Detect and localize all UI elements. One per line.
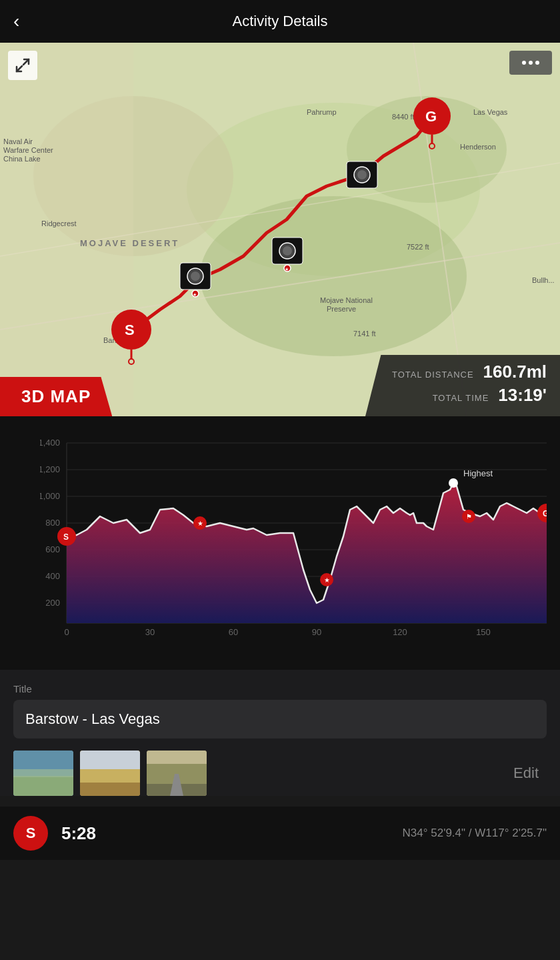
svg-text:Warfare Center: Warfare Center [3, 146, 53, 154]
svg-text:1,200: 1,200 [40, 464, 60, 474]
svg-text:G: G [425, 108, 437, 125]
map-stats: TOTAL DISTANCE 160.7ml TOTAL TIME 13:19' [365, 355, 560, 416]
svg-rect-89 [147, 751, 207, 764]
svg-text:30: 30 [145, 627, 155, 637]
svg-rect-82 [13, 776, 73, 796]
svg-text:Bullh...: Bullh... [532, 276, 555, 284]
svg-text:China Lake: China Lake [3, 155, 41, 163]
svg-text:7522 ft: 7522 ft [407, 243, 429, 251]
back-button[interactable]: ‹ [13, 11, 19, 32]
footer-bar: S 5:28 N34° 52'9.4" / W117° 2'25.7" [0, 807, 560, 860]
svg-text:Mojave National: Mojave National [320, 296, 373, 304]
svg-text:Naval Air: Naval Air [3, 137, 33, 145]
svg-text:⚑: ⚑ [466, 513, 472, 520]
distance-value: 160.7ml [483, 362, 547, 382]
svg-rect-86 [80, 769, 140, 783]
start-badge: S [13, 816, 48, 851]
svg-text:200: 200 [45, 598, 60, 608]
svg-text:60: 60 [229, 627, 238, 637]
elevation-chart: 1,400 1,200 1,000 800 600 400 200 0 30 6… [0, 416, 560, 670]
dot-2 [529, 61, 533, 65]
svg-text:★: ★ [197, 520, 203, 527]
distance-label: TOTAL DISTANCE [392, 370, 474, 380]
svg-text:★: ★ [324, 576, 330, 584]
photo-thumb-3[interactable] [147, 751, 207, 796]
svg-text:90: 90 [312, 627, 321, 637]
svg-text:S: S [125, 322, 135, 338]
svg-text:400: 400 [45, 571, 60, 581]
svg-text:800: 800 [45, 518, 60, 528]
expand-icon [15, 58, 30, 73]
svg-text:1,400: 1,400 [40, 438, 60, 448]
svg-point-69 [449, 478, 458, 488]
title-input[interactable] [13, 700, 547, 739]
page-title: Activity Details [232, 13, 327, 30]
svg-text:Pahrump: Pahrump [307, 108, 337, 116]
svg-rect-87 [80, 783, 140, 796]
photo-thumb-1[interactable] [13, 751, 73, 796]
svg-rect-4 [0, 43, 133, 416]
svg-text:Highest: Highest [463, 468, 493, 478]
svg-text:★: ★ [285, 267, 289, 272]
svg-point-31 [283, 246, 292, 256]
svg-point-5 [200, 196, 467, 356]
svg-rect-83 [13, 769, 73, 777]
svg-text:Las Vegas: Las Vegas [473, 108, 508, 116]
time-label: TOTAL TIME [433, 393, 489, 403]
svg-point-36 [357, 170, 367, 179]
svg-text:Ridgecrest: Ridgecrest [41, 219, 77, 227]
svg-point-26 [191, 272, 200, 281]
bottom-section: Title [0, 670, 560, 796]
svg-text:120: 120 [393, 627, 407, 637]
photo-thumb-2[interactable] [80, 751, 140, 796]
dot-1 [522, 61, 526, 65]
svg-text:600: 600 [45, 544, 60, 554]
svg-text:MOJAVE DESERT: MOJAVE DESERT [80, 238, 179, 248]
svg-text:150: 150 [476, 627, 491, 637]
edit-button[interactable]: Edit [505, 759, 547, 787]
svg-text:S: S [63, 532, 69, 542]
svg-text:Preserve: Preserve [327, 305, 356, 313]
3d-map-button[interactable]: 3D MAP [0, 377, 112, 416]
dot-3 [535, 61, 539, 65]
svg-text:7141 ft: 7141 ft [353, 330, 376, 338]
svg-text:Henderson: Henderson [460, 143, 496, 151]
svg-text:8440 ft: 8440 ft [392, 113, 415, 121]
title-label: Title [13, 683, 547, 694]
svg-text:★: ★ [193, 292, 197, 297]
svg-text:1,000: 1,000 [40, 491, 60, 501]
elevation-svg: 1,400 1,200 1,000 800 600 400 200 0 30 6… [40, 436, 547, 656]
header: ‹ Activity Details [0, 0, 560, 43]
footer-coords: N34° 52'9.4" / W117° 2'25.7" [403, 827, 547, 840]
time-value: 13:19' [498, 385, 547, 406]
svg-rect-85 [80, 751, 140, 769]
map-expand-button[interactable] [8, 51, 37, 80]
map-container: Naval Air Warfare Center China Lake Pahr… [0, 43, 560, 416]
footer-time: 5:28 [61, 823, 96, 844]
svg-text:0: 0 [64, 627, 69, 637]
photo-row: Edit [13, 751, 547, 796]
svg-text:G: G [543, 509, 547, 518]
map-more-button[interactable] [509, 51, 552, 75]
